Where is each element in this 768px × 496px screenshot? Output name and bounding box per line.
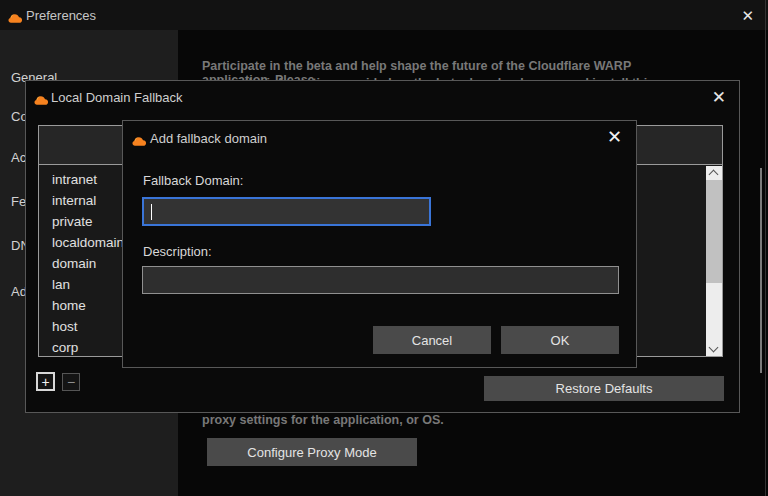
cloudflare-logo-icon (8, 10, 23, 28)
scroll-up-icon[interactable] (709, 170, 719, 180)
cloudflare-logo-icon (132, 133, 147, 151)
dialog-close-icon[interactable]: ✕ (712, 90, 726, 105)
window-title: Preferences (26, 8, 96, 23)
scroll-down-icon[interactable] (709, 343, 719, 353)
ok-button[interactable]: OK (501, 326, 619, 354)
fallback-domain-input[interactable] (142, 197, 431, 226)
configure-proxy-mode-button[interactable]: Configure Proxy Mode (207, 438, 417, 466)
add-domain-button[interactable]: + (36, 372, 55, 391)
domain-list-scrollbar[interactable] (706, 166, 722, 356)
proxy-description: proxy settings for the application, or O… (202, 413, 702, 427)
main-scrollbar[interactable] (760, 168, 762, 373)
description-input[interactable] (142, 266, 619, 294)
cloudflare-logo-icon (34, 92, 49, 110)
cancel-button[interactable]: Cancel (373, 326, 491, 354)
dialog-close-icon[interactable]: ✕ (607, 130, 622, 145)
title-bar: Preferences ✕ (0, 0, 768, 30)
preferences-window: Preferences ✕ GeneralConnectionAccountFe… (0, 0, 768, 496)
dialog-title: Local Domain Fallback (51, 90, 183, 105)
window-right-edge (765, 0, 766, 496)
fallback-domain-label: Fallback Domain: (143, 173, 243, 188)
remove-domain-button[interactable]: − (62, 373, 80, 391)
description-label: Description: (143, 244, 212, 259)
window-close-icon[interactable]: ✕ (741, 8, 754, 23)
add-fallback-domain-dialog: Add fallback domain ✕ Fallback Domain: D… (122, 120, 637, 368)
scrollbar-thumb[interactable] (706, 180, 722, 283)
dialog-title: Add fallback domain (150, 131, 267, 146)
restore-defaults-button[interactable]: Restore Defaults (484, 376, 724, 401)
text-caret (151, 204, 152, 220)
